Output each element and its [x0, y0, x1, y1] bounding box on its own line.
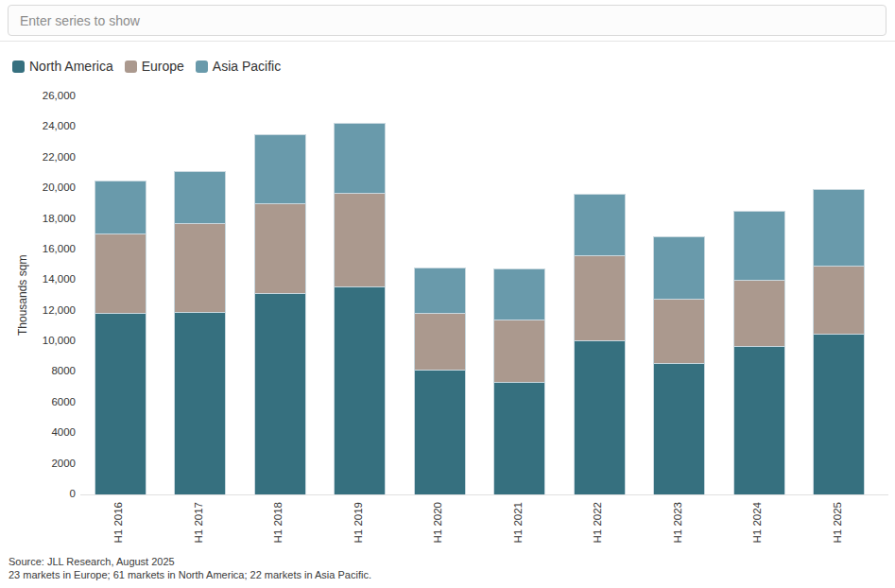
bar-column-h1-2016: [95, 181, 146, 494]
bar-column-h1-2022: [574, 194, 626, 494]
bar-column-h1-2025: [813, 189, 865, 494]
x-axis-line: [80, 494, 888, 495]
bar-column-h1-2023: [653, 236, 705, 494]
chart-area: Thousands sqm 0200040006000800010,00012,…: [0, 0, 895, 588]
bar-segment-europe-h1-2022[interactable]: [574, 255, 626, 339]
bar-segment-europe-h1-2018[interactable]: [254, 203, 306, 294]
bar-column-h1-2020: [414, 268, 466, 494]
bar-segment-europe-h1-2019[interactable]: [334, 193, 386, 286]
bar-segment-asia-pacific-h1-2023[interactable]: [653, 236, 705, 299]
bar-segment-north-america-h1-2020[interactable]: [414, 370, 466, 494]
bar-column-h1-2021: [493, 268, 545, 494]
y-tick-label: 22,000: [0, 151, 76, 164]
x-tick-label: H1 2019: [353, 502, 364, 543]
y-tick-label: 26,000: [0, 90, 76, 102]
bar-segment-north-america-h1-2019[interactable]: [334, 286, 386, 494]
y-tick-label: 8000: [0, 365, 76, 377]
y-tick-label: 2000: [0, 458, 76, 470]
bar-column-h1-2017: [174, 171, 226, 494]
bar-segment-north-america-h1-2022[interactable]: [574, 340, 626, 495]
x-tick-label: H1 2025: [832, 502, 843, 543]
y-tick-label: 18,000: [0, 213, 76, 225]
source-note: Source: JLL Research, August 2025: [9, 555, 371, 568]
bar-segment-asia-pacific-h1-2018[interactable]: [254, 134, 306, 203]
bar-segment-asia-pacific-h1-2021[interactable]: [493, 268, 545, 319]
bar-segment-europe-h1-2017[interactable]: [174, 223, 226, 312]
bar-segment-north-america-h1-2025[interactable]: [813, 334, 865, 494]
y-tick-label: 12,000: [0, 304, 76, 317]
y-tick-label: 20,000: [0, 182, 76, 194]
bar-segment-north-america-h1-2017[interactable]: [174, 312, 226, 494]
bar-segment-europe-h1-2024[interactable]: [733, 280, 785, 346]
x-tick-label: H1 2020: [432, 502, 443, 543]
x-tick-label: H1 2017: [193, 502, 204, 543]
y-tick-label: 6000: [0, 396, 76, 408]
bar-segment-europe-h1-2021[interactable]: [493, 320, 545, 382]
y-tick-label: 16,000: [0, 243, 76, 255]
bar-segment-europe-h1-2016[interactable]: [95, 233, 146, 313]
x-tick-label: H1 2018: [272, 502, 284, 543]
bar-segment-asia-pacific-h1-2022[interactable]: [574, 194, 626, 256]
bar-segment-asia-pacific-h1-2019[interactable]: [334, 123, 386, 193]
x-tick-label: H1 2023: [672, 502, 683, 543]
bar-segment-europe-h1-2023[interactable]: [653, 299, 705, 363]
y-tick-label: 10,000: [0, 335, 76, 347]
bar-column-h1-2024: [733, 211, 785, 494]
bar-column-h1-2019: [334, 123, 386, 494]
bar-segment-asia-pacific-h1-2020[interactable]: [414, 268, 466, 313]
x-tick-label: H1 2016: [112, 502, 124, 543]
x-tick-label: H1 2024: [751, 502, 763, 543]
x-tick-label: H1 2022: [592, 502, 603, 543]
bar-segment-north-america-h1-2021[interactable]: [493, 382, 545, 494]
y-tick-label: 14,000: [0, 273, 76, 285]
bar-segment-north-america-h1-2023[interactable]: [653, 363, 705, 494]
bar-segment-asia-pacific-h1-2024[interactable]: [733, 211, 785, 279]
bar-segment-europe-h1-2020[interactable]: [414, 313, 466, 370]
y-tick-label: 0: [0, 488, 76, 500]
markets-note: 23 markets in Europe; 61 markets in Nort…: [9, 568, 371, 581]
y-tick-label: 4000: [0, 426, 76, 439]
bar-segment-asia-pacific-h1-2017[interactable]: [174, 171, 226, 223]
bar-segment-asia-pacific-h1-2025[interactable]: [813, 189, 865, 266]
y-tick-label: 24,000: [0, 120, 76, 132]
bar-segment-europe-h1-2025[interactable]: [813, 266, 865, 334]
bar-segment-north-america-h1-2016[interactable]: [95, 313, 146, 494]
chart-footer: Source: JLL Research, August 2025 23 mar…: [9, 555, 371, 581]
x-tick-label: H1 2021: [512, 502, 524, 543]
bar-column-h1-2018: [254, 134, 306, 494]
bar-segment-north-america-h1-2024[interactable]: [733, 346, 785, 494]
bar-segment-asia-pacific-h1-2016[interactable]: [95, 181, 146, 233]
bar-segment-north-america-h1-2018[interactable]: [254, 293, 306, 494]
